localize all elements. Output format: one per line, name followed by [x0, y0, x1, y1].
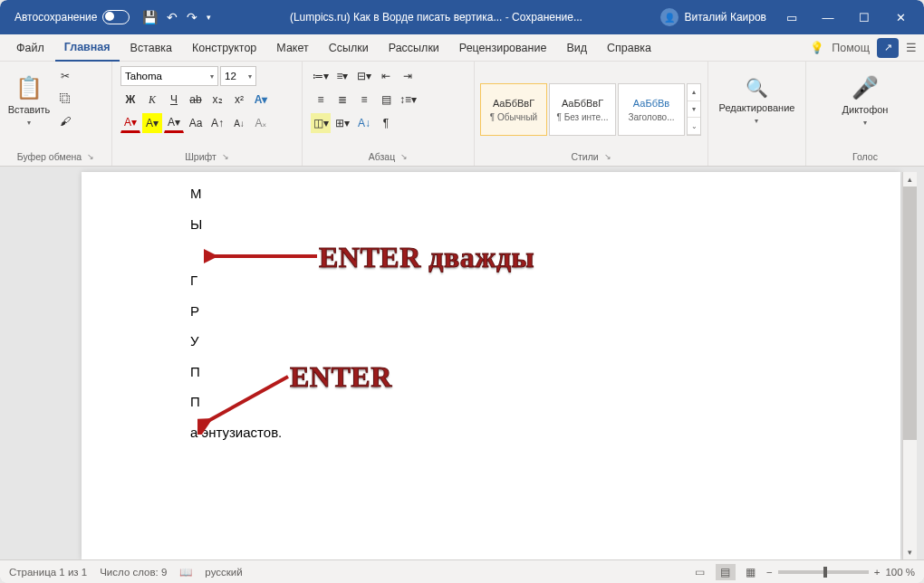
document-area: М Ы Г Р У П П а энтузиастов. ▴ ▾ [0, 167, 924, 559]
font-color2-button[interactable]: А▾ [164, 113, 184, 133]
ribbon-options-icon[interactable]: ▭ [774, 0, 810, 34]
tab-design[interactable]: Конструктор [183, 34, 265, 62]
zoom-out-button[interactable]: − [766, 567, 773, 578]
annotation-enter-twice: ENTER дважды [319, 241, 534, 274]
numbering-button[interactable]: ≡▾ [332, 66, 352, 86]
tab-view[interactable]: Вид [557, 34, 596, 62]
decrease-indent-button[interactable]: ⇤ [376, 66, 396, 86]
paragraph-launcher-icon[interactable]: ↘ [400, 152, 408, 161]
sort-button[interactable]: A↓ [354, 113, 374, 133]
superscript-button[interactable]: x² [229, 90, 249, 110]
tell-me-icon[interactable]: 💡 [810, 41, 824, 54]
undo-icon[interactable]: ↶ [167, 10, 178, 24]
shading-button[interactable]: ◫▾ [311, 113, 331, 133]
tab-review[interactable]: Рецензирование [450, 34, 556, 62]
copy-button[interactable]: ⿻ [55, 89, 75, 109]
proofing-icon[interactable]: 📖 [179, 566, 192, 578]
shrink-font-button[interactable]: A↓ [229, 113, 249, 133]
window-title: (Lumpics.ru) Как в Ворде писать вертика.… [211, 11, 660, 24]
group-clipboard: 📋 Вставить ▾ ✂ ⿻ 🖌 Буфер обмена↘ [0, 62, 112, 166]
styles-launcher-icon[interactable]: ↘ [604, 152, 611, 161]
minimize-button[interactable]: — [810, 0, 846, 34]
page[interactable]: М Ы Г Р У П П а энтузиастов. [82, 172, 900, 559]
paste-button[interactable]: 📋 Вставить ▾ [5, 64, 53, 137]
font-size-select[interactable]: 12▾ [220, 66, 256, 86]
voice-label: Голос [812, 149, 919, 166]
styles-up-icon[interactable]: ▴ [688, 84, 700, 101]
style-normal[interactable]: АаБбВвГ ¶ Обычный [480, 83, 547, 136]
styles-more-icon[interactable]: ⌄ [688, 118, 700, 135]
tab-mailings[interactable]: Рассылки [380, 34, 448, 62]
editing-button[interactable]: 🔍 Редактирование ▾ [719, 64, 795, 137]
italic-button[interactable]: К [142, 90, 162, 110]
vertical-scrollbar[interactable]: ▴ ▾ [902, 172, 917, 559]
clear-format-button[interactable]: Aₓ [251, 113, 271, 133]
scroll-up-icon[interactable]: ▴ [903, 172, 917, 186]
align-left-button[interactable]: ≡ [311, 90, 331, 110]
tab-file[interactable]: Файл [7, 34, 53, 62]
status-page[interactable]: Страница 1 из 1 [9, 567, 87, 578]
highlight-button[interactable]: А▾ [142, 113, 162, 133]
status-language[interactable]: русский [205, 567, 242, 578]
font-name-select[interactable]: Tahoma▾ [120, 66, 218, 86]
bold-button[interactable]: Ж [120, 90, 140, 110]
tab-layout[interactable]: Макет [267, 34, 317, 62]
zoom-level[interactable]: 100 % [885, 567, 915, 578]
status-words[interactable]: Число слов: 9 [100, 567, 167, 578]
print-layout-button[interactable]: ▤ [716, 564, 736, 580]
tab-help[interactable]: Справка [598, 34, 660, 62]
underline-button[interactable]: Ч [164, 90, 184, 110]
group-voice: 🎤 Диктофон ▾ Голос [806, 62, 924, 166]
tab-home[interactable]: Главная [55, 34, 120, 62]
doc-line: а энтузиастов. [190, 424, 282, 442]
increase-indent-button[interactable]: ⇥ [398, 66, 418, 86]
font-launcher-icon[interactable]: ↘ [222, 152, 229, 161]
page-content[interactable]: М Ы Г Р У П П а энтузиастов. [190, 185, 282, 454]
dictate-button[interactable]: 🎤 Диктофон ▾ [842, 64, 889, 137]
borders-button[interactable]: ⊞▾ [332, 113, 352, 133]
web-layout-button[interactable]: ▦ [741, 564, 761, 580]
tell-me-label[interactable]: Помощ [832, 42, 870, 54]
tab-insert[interactable]: Вставка [121, 34, 181, 62]
styles-scroll[interactable]: ▴ ▾ ⌄ [687, 83, 701, 136]
group-styles: АаБбВвГ ¶ Обычный АаБбВвГ ¶ Без инте... … [475, 62, 708, 166]
close-button[interactable]: ✕ [882, 0, 919, 34]
doc-line: П [190, 363, 282, 381]
styles-down-icon[interactable]: ▾ [688, 101, 700, 119]
strike-button[interactable]: ab [186, 90, 206, 110]
group-paragraph: ≔▾ ≡▾ ⊟▾ ⇤ ⇥ ≡ ≣ ≡ ▤ ↕≡▾ ◫▾ [303, 62, 475, 166]
user-profile[interactable]: 👤 Виталий Каиров [660, 8, 766, 26]
bullets-button[interactable]: ≔▾ [311, 66, 331, 86]
cut-button[interactable]: ✂ [55, 66, 75, 86]
line-spacing-button[interactable]: ↕≡▾ [398, 90, 419, 110]
align-right-button[interactable]: ≡ [354, 90, 374, 110]
read-mode-button[interactable]: ▭ [690, 564, 710, 580]
clipboard-launcher-icon[interactable]: ↘ [87, 152, 94, 161]
justify-button[interactable]: ▤ [376, 90, 396, 110]
align-center-button[interactable]: ≣ [332, 90, 352, 110]
style-heading1[interactable]: АаБбВв Заголово... [618, 83, 685, 136]
redo-icon[interactable]: ↷ [187, 10, 197, 24]
grow-font-button[interactable]: A↑ [207, 113, 227, 133]
style-no-spacing[interactable]: АаБбВвГ ¶ Без инте... [549, 83, 616, 136]
maximize-button[interactable]: ☐ [846, 0, 882, 34]
ribbon-tabs: Файл Главная Вставка Конструктор Макет С… [0, 34, 924, 62]
tab-references[interactable]: Ссылки [320, 34, 378, 62]
subscript-button[interactable]: x₂ [207, 90, 227, 110]
comments-icon[interactable]: ☰ [906, 41, 917, 54]
scroll-thumb[interactable] [903, 186, 917, 440]
annotation-enter: ENTER [290, 360, 392, 394]
zoom-slider[interactable] [778, 570, 869, 574]
show-marks-button[interactable]: ¶ [376, 113, 396, 133]
doc-line: У [190, 332, 282, 350]
multilevel-button[interactable]: ⊟▾ [354, 66, 374, 86]
text-effects-button[interactable]: A▾ [251, 90, 271, 110]
scroll-down-icon[interactable]: ▾ [903, 545, 917, 559]
autosave-toggle[interactable] [102, 10, 130, 24]
zoom-in-button[interactable]: + [874, 567, 881, 578]
share-button[interactable]: ↗ [877, 38, 899, 58]
format-painter-button[interactable]: 🖌 [55, 111, 75, 131]
save-icon[interactable]: 💾 [142, 10, 158, 24]
change-case-button[interactable]: Aa [186, 113, 206, 133]
font-color-button[interactable]: А▾ [120, 113, 140, 133]
